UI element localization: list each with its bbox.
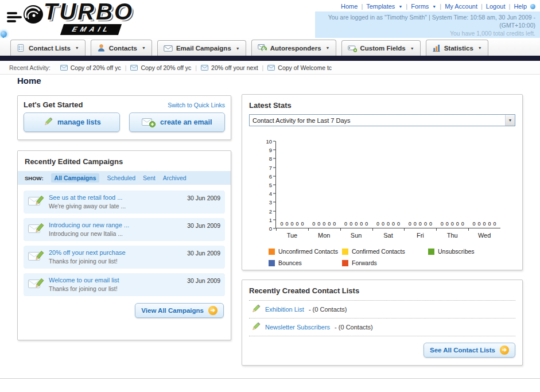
bar-value-label: 0 (494, 221, 496, 227)
utility-link-help[interactable]: Help (514, 3, 527, 10)
latest-stats-title: Latest Stats (242, 95, 522, 114)
contact-lists-title: Recently Created Contact Lists (242, 280, 522, 300)
tab-contact-lists[interactable]: Contact Lists ▼ (10, 40, 86, 56)
utility-link-my-account[interactable]: My Account (445, 3, 477, 10)
campaign-title-link[interactable]: 20% off your next purchase (49, 249, 187, 256)
dropdown-arrow-icon: ▼ (505, 115, 515, 126)
contact-list-row[interactable]: Newsletter Subscribers - (0 Contacts) (249, 319, 515, 336)
create-email-button[interactable]: create an email (129, 112, 226, 132)
utility-link-home[interactable]: Home (341, 3, 358, 10)
separator: | (440, 3, 441, 10)
recent-activity-item[interactable]: Copy of 20% off yc (60, 64, 121, 71)
stats-period-select[interactable]: Contact Activity for the Last 7 Days ▼ (249, 114, 515, 126)
bar-value-label: 0 (441, 221, 444, 227)
bar-value-label: 0 (312, 221, 315, 227)
campaign-title-link[interactable]: Introducing our new range ... (49, 222, 187, 228)
tab-autoresponders[interactable]: Autoresponders ▼ (251, 40, 336, 56)
bar-value-label: 0 (344, 221, 347, 227)
bar-value-label: 0 (376, 221, 379, 227)
tab-contacts[interactable]: Contacts ▼ (91, 40, 152, 56)
campaigns-title: Recently Edited Campaigns (18, 151, 231, 171)
recent-activity-link[interactable]: Copy of 20% off yc (141, 64, 191, 71)
campaign-row[interactable]: Welcome to our email list Thanks for joi… (24, 273, 225, 296)
campaign-title-link[interactable]: See us at the retail food ... (49, 194, 187, 201)
utility-link-logout[interactable]: Logout (486, 3, 506, 10)
chart-y-axis: 012345678910 (261, 141, 275, 228)
campaign-date: 30 Jun 2009 (187, 222, 220, 229)
credits-text: You have 1,000 total credits left. (323, 29, 535, 37)
recent-activity-item[interactable]: Copy of Welcome tc (267, 64, 332, 71)
footer-divider (0, 378, 540, 392)
filter-scheduled[interactable]: Scheduled (107, 174, 135, 181)
filter-archived[interactable]: Archived (163, 174, 187, 181)
bar-value-label: 0 (328, 221, 331, 227)
recent-activity-item[interactable]: Copy of 20% off yc (130, 64, 191, 71)
see-all-contact-lists-button[interactable]: See All Contact Lists ➔ (424, 343, 515, 358)
campaign-title-link[interactable]: Welcome to our email list (49, 277, 187, 284)
envelope-pencil-icon (28, 222, 44, 237)
chevron-down-icon: ▼ (432, 5, 436, 9)
campaign-date: 30 Jun 2009 (187, 249, 220, 257)
utility-link-templates[interactable]: Templates (366, 3, 395, 10)
stats-period-value: Contact Activity for the Last 7 Days (252, 117, 351, 124)
tab-custom-fields[interactable]: Custom Fields ▼ (341, 40, 421, 56)
x-axis-label: Fri (404, 228, 436, 239)
x-axis-label: Thu (436, 228, 468, 239)
utility-link-forms[interactable]: Forms (411, 3, 429, 10)
legend-item: Unconfirmed Contacts (269, 248, 342, 255)
logo-swirl-icon (21, 2, 45, 29)
bar-value-label: 0 (461, 221, 464, 227)
tab-label: Email Campaigns (176, 45, 231, 52)
logo-speed-lines-icon (7, 10, 22, 24)
chevron-down-icon: ▼ (398, 5, 402, 9)
recent-activity-link[interactable]: Copy of Welcome tc (278, 64, 332, 71)
contact-activity-chart: 012345678910 000000000000000000000000000… (261, 141, 514, 228)
get-started-title: Let's Get Started (24, 100, 83, 109)
bar-value-label: 0 (333, 221, 336, 227)
recent-activity-label: Recent Activity: (9, 64, 50, 71)
bar-value-label: 0 (451, 221, 454, 227)
chart-bar-group: 00000 (468, 141, 500, 228)
tab-statistics[interactable]: Statistics ▼ (426, 40, 488, 56)
recent-activity-item[interactable]: 20% off your next (201, 64, 258, 71)
help-dot-icon (530, 4, 535, 9)
view-all-campaigns-button[interactable]: View All Campaigns ➔ (135, 303, 224, 318)
x-axis-label: Mon (308, 228, 340, 239)
chevron-down-icon: ▼ (478, 46, 482, 50)
separator: | (509, 3, 511, 10)
envelope-icon (130, 65, 138, 71)
recent-activity-link[interactable]: 20% off your next (211, 64, 258, 71)
session-info: You are logged in as "Timothy Smith" | S… (315, 11, 540, 40)
bar-value-label: 0 (392, 221, 395, 227)
y-axis-tick: 9 (269, 147, 275, 153)
view-all-campaigns-label: View All Campaigns (141, 307, 204, 314)
separator: | (481, 3, 483, 10)
tab-email-campaigns[interactable]: Email Campaigns ▼ (157, 40, 246, 56)
y-axis-tick: 3 (269, 199, 275, 205)
contact-list-row[interactable]: Exhibition List - (0 Contacts) (249, 301, 515, 319)
switch-quick-links-link[interactable]: Switch to Quick Links (168, 102, 225, 108)
x-axis-label: Wed (468, 228, 500, 239)
recent-activity-link[interactable]: Copy of 20% off yc (71, 64, 121, 71)
bar-value-label: 0 (382, 221, 384, 227)
bar-value-label: 0 (488, 221, 491, 227)
nav-dark-bar (0, 56, 540, 61)
bar-value-label: 0 (483, 221, 486, 227)
contact-list-link[interactable]: Exhibition List (265, 306, 304, 313)
campaign-row[interactable]: Introducing our new range ... Introducin… (24, 218, 225, 241)
chevron-down-icon: ▼ (410, 46, 414, 51)
bar-value-label: 0 (446, 221, 449, 227)
manage-lists-button[interactable]: manage lists (24, 112, 120, 132)
contact-list-link[interactable]: Newsletter Subscribers (265, 324, 330, 331)
filter-sent[interactable]: Sent (143, 174, 156, 181)
campaign-row[interactable]: See us at the retail food ... We're givi… (24, 191, 225, 214)
bar-value-label: 0 (397, 221, 400, 227)
filter-all-campaigns[interactable]: All Campaigns (51, 173, 100, 183)
bar-value-label: 0 (360, 221, 363, 227)
envelope-pencil-icon (28, 250, 44, 265)
y-axis-tick: 8 (269, 156, 275, 162)
recent-activity-bar: Recent Activity: Copy of 20% off yc | Co… (0, 61, 540, 75)
logo-sub-text: EMAIL (60, 24, 122, 35)
campaign-row[interactable]: 20% off your next purchase Thanks for jo… (24, 246, 225, 269)
bar-value-label: 0 (419, 221, 422, 227)
